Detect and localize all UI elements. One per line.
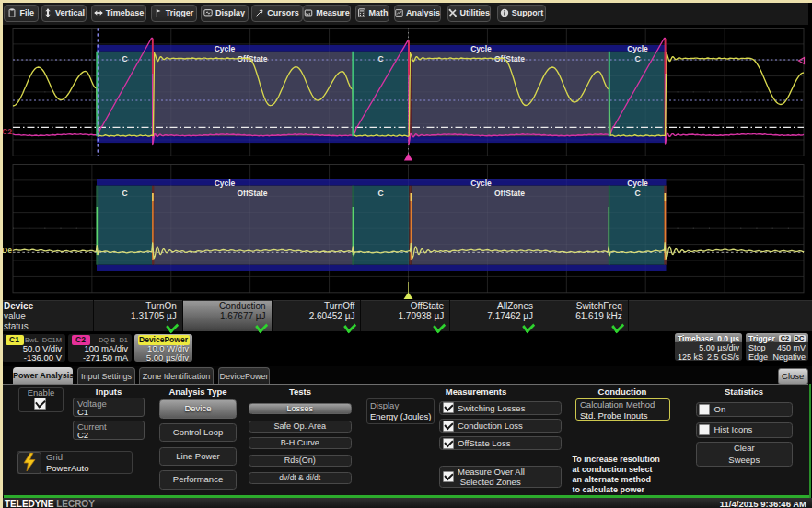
svg-text:Cycle: Cycle [627,179,648,188]
svg-text:C: C [377,189,383,198]
svg-text:C: C [122,54,127,64]
svg-text:Cycle: Cycle [470,179,492,188]
svg-text:De: De [2,246,12,255]
svg-text:C: C [377,54,383,64]
svg-text:Cycle: Cycle [215,44,236,53]
svg-text:C: C [634,54,640,64]
svg-text:C2: C2 [2,127,12,136]
svg-text:Cycle: Cycle [215,179,236,188]
svg-text:OffState: OffState [494,189,525,198]
svg-text:C: C [122,189,127,198]
svg-text:C: C [634,189,640,198]
svg-text:OffState: OffState [237,189,267,198]
svg-text:Cycle: Cycle [470,44,492,53]
svg-text:Cycle: Cycle [627,44,648,53]
